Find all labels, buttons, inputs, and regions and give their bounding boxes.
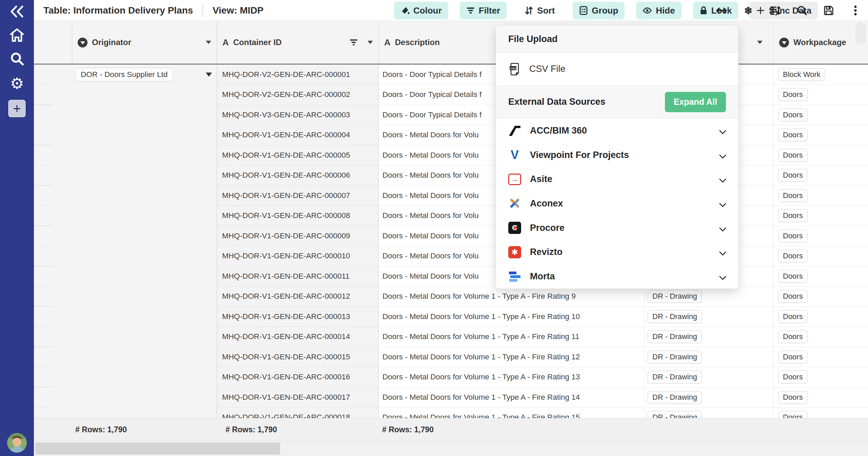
workpackage-cell[interactable]: Doors (774, 206, 868, 226)
workpackage-chip[interactable]: Doors (778, 189, 808, 202)
description-cell[interactable]: Doors - Metal Doors for Volume 1 - Type … (379, 307, 645, 327)
row-handle-cell[interactable] (34, 226, 72, 246)
row-handle-cell[interactable] (34, 388, 72, 408)
hide-button[interactable]: Hide (636, 2, 681, 19)
originator-cell[interactable] (72, 266, 217, 287)
workpackage-cell[interactable]: Doors (774, 266, 868, 287)
workpackage-cell[interactable]: Doors (774, 145, 868, 166)
container-id-cell[interactable]: MHQ-DOR-V1-GEN-DE-ARC-000012 (217, 286, 379, 307)
workpackage-cell[interactable]: Doors (774, 286, 868, 307)
row-handle-cell[interactable] (34, 85, 72, 105)
workpackage-cell[interactable]: Doors (774, 125, 868, 145)
document-type-chip[interactable]: DR - Drawing (648, 290, 702, 303)
originator-cell[interactable] (72, 307, 217, 327)
document-type-chip[interactable]: DR - Drawing (648, 351, 702, 363)
document-type-chip[interactable]: DR - Drawing (648, 330, 702, 343)
collapse-sidebar-icon[interactable] (0, 1, 34, 22)
workpackage-chip[interactable]: Doors (778, 290, 808, 303)
description-cell[interactable]: Doors - Metal Doors for Volume 1 - Type … (379, 347, 645, 368)
workpackage-cell[interactable]: Doors (774, 408, 868, 418)
external-source-item[interactable]: Viewpoint For Projects (496, 143, 738, 167)
document-type-chip[interactable]: DR - Drawing (648, 411, 702, 418)
chevron-down-icon[interactable] (206, 41, 211, 44)
workpackage-cell[interactable]: Doors (774, 388, 868, 408)
container-id-cell[interactable]: MHQ-DOR-V3-GEN-DE-ARC-000003 (217, 105, 379, 125)
originator-cell[interactable] (72, 206, 217, 226)
row-handle-cell[interactable] (34, 367, 72, 388)
row-height-icon[interactable] (768, 3, 782, 18)
workpackage-chip[interactable]: Doors (778, 108, 808, 121)
search-nav-icon[interactable] (0, 48, 34, 70)
container-id-cell[interactable]: MHQ-DOR-V1-GEN-DE-ARC-000009 (217, 226, 379, 246)
container-id-cell[interactable]: MHQ-DOR-V1-GEN-DE-ARC-000007 (217, 186, 379, 206)
row-handle-cell[interactable] (34, 266, 72, 287)
workpackage-chip[interactable]: Doors (778, 209, 808, 222)
workpackage-cell[interactable]: Doors (774, 105, 868, 125)
search-icon[interactable] (795, 3, 809, 18)
row-handle-cell[interactable] (34, 105, 72, 125)
settings-gear-icon[interactable]: ⚙ (0, 73, 34, 94)
column-header-originator[interactable]: Originator (72, 21, 217, 64)
horizontal-scrollbar[interactable] (34, 441, 868, 456)
originator-cell[interactable]: DOR - Doors Supplier Ltd (72, 65, 217, 85)
chevron-down-icon[interactable] (719, 224, 726, 231)
dropdown-caret-icon[interactable] (206, 73, 212, 77)
external-source-item[interactable]: Morta (496, 264, 738, 289)
workpackage-cell[interactable]: Doors (774, 226, 868, 246)
container-id-cell[interactable]: MHQ-DOR-V2-GEN-DE-ARC-000002 (217, 85, 379, 105)
column-header-workpackage[interactable]: Workpackage (774, 21, 868, 64)
workpackage-chip[interactable]: Block Work (778, 68, 825, 81)
external-source-item[interactable]: Revizto (496, 240, 738, 264)
chevron-down-icon[interactable] (719, 273, 726, 280)
workpackage-cell[interactable]: Doors (774, 246, 868, 266)
description-cell[interactable]: Doors - Metal Doors for Volume 1 - Type … (379, 367, 645, 388)
document-type-cell[interactable]: DR - Drawing (645, 388, 774, 408)
row-handle-cell[interactable] (34, 286, 72, 307)
workpackage-cell[interactable]: Doors (774, 165, 868, 186)
originator-cell[interactable] (72, 327, 217, 347)
external-source-item[interactable]: Aconex (496, 192, 738, 216)
workpackage-cell[interactable]: Doors (774, 186, 868, 206)
chevron-down-icon[interactable] (719, 127, 726, 134)
workpackage-cell[interactable]: Doors (774, 85, 868, 105)
container-id-cell[interactable]: MHQ-DOR-V2-GEN-DE-ARC-000001 (217, 65, 379, 85)
group-button[interactable]: Group (573, 2, 625, 19)
container-id-cell[interactable]: MHQ-DOR-V1-GEN-DE-ARC-000008 (217, 206, 379, 226)
originator-cell[interactable] (72, 125, 217, 145)
workpackage-chip[interactable]: Doors (778, 250, 808, 262)
save-icon[interactable] (822, 3, 836, 18)
row-handle-cell[interactable] (34, 347, 72, 368)
description-cell[interactable]: Doors - Metal Doors for Volume 1 - Type … (379, 408, 645, 418)
document-type-chip[interactable]: DR - Drawing (648, 310, 702, 323)
add-button[interactable]: + (7, 99, 26, 118)
vertical-scrollbar-thumb[interactable] (856, 22, 865, 45)
row-handle-cell[interactable] (34, 307, 72, 327)
workpackage-cell[interactable]: Doors (774, 367, 868, 388)
document-type-cell[interactable]: DR - Drawing (645, 347, 774, 368)
column-width-icon[interactable] (714, 3, 729, 18)
chevron-down-icon[interactable] (719, 249, 726, 256)
description-cell[interactable]: Doors - Metal Doors for Volume 1 - Type … (379, 388, 645, 408)
description-cell[interactable]: Doors - Metal Doors for Volume 1 - Type … (379, 327, 645, 347)
container-id-cell[interactable]: MHQ-DOR-V1-GEN-DE-ARC-000016 (217, 367, 379, 388)
csv-file-item[interactable]: CSV CSV File (496, 53, 738, 85)
workpackage-cell[interactable]: Doors (774, 347, 868, 368)
originator-cell[interactable] (72, 186, 217, 206)
row-handle-cell[interactable] (34, 246, 72, 266)
workpackage-chip[interactable]: Doors (778, 310, 808, 323)
row-handle-cell[interactable] (34, 65, 72, 85)
container-id-cell[interactable]: MHQ-DOR-V1-GEN-DE-ARC-000010 (217, 246, 379, 266)
container-id-cell[interactable]: MHQ-DOR-V1-GEN-DE-ARC-000014 (217, 327, 379, 347)
row-handle-cell[interactable] (34, 145, 72, 166)
workpackage-cell[interactable]: Block Work (774, 65, 868, 85)
workpackage-chip[interactable]: Doors (778, 351, 808, 363)
originator-cell[interactable] (72, 145, 217, 166)
originator-cell[interactable] (72, 246, 217, 266)
document-type-chip[interactable]: DR - Drawing (648, 391, 702, 404)
container-id-cell[interactable]: MHQ-DOR-V1-GEN-DE-ARC-000004 (217, 125, 379, 145)
freeze-icon[interactable]: ❄ (741, 3, 755, 18)
container-id-cell[interactable]: MHQ-DOR-V1-GEN-DE-ARC-000018 (217, 408, 379, 418)
originator-cell[interactable] (72, 226, 217, 246)
row-handle-cell[interactable] (34, 408, 72, 418)
row-handle-cell[interactable] (34, 186, 72, 206)
